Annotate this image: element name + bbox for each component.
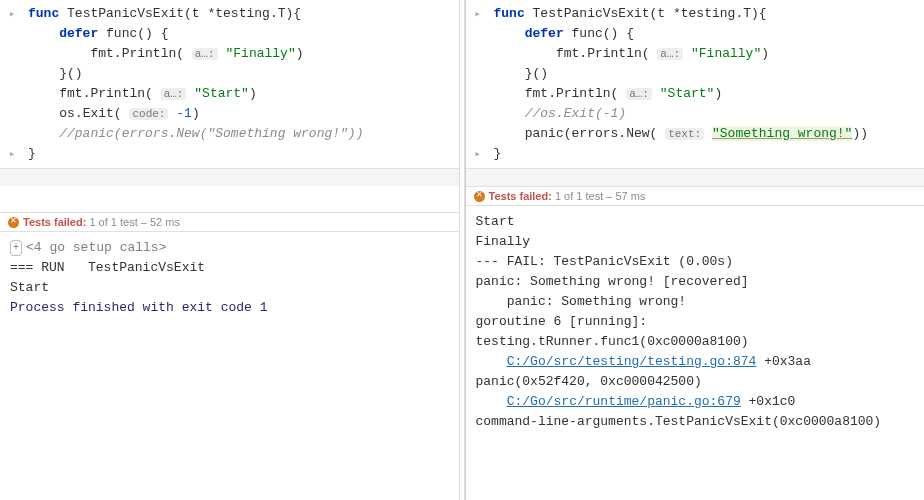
- code-line: defer func() {: [28, 24, 455, 44]
- left-console[interactable]: +<4 go setup calls> === RUN TestPanicVsE…: [0, 232, 459, 500]
- keyword: func: [28, 6, 59, 21]
- console-line: panic: Something wrong! [recovered]: [476, 272, 915, 292]
- left-pane: ▸ ▸ func TestPanicVsExit(t *testing.T){ …: [0, 0, 459, 500]
- console-line: testing.tRunner.func1(0xc0000a8100): [476, 332, 915, 352]
- string: "Finally": [225, 46, 295, 61]
- fold-icon[interactable]: ▸: [0, 144, 24, 164]
- code-line: }(): [28, 64, 455, 84]
- comment: //os.Exit(-1): [525, 106, 626, 121]
- blank-strip: [0, 186, 459, 212]
- code-line: func TestPanicVsExit(t *testing.T){: [494, 4, 921, 24]
- right-gutter: ▸ ▸: [466, 4, 490, 164]
- fold-icon[interactable]: ▸: [466, 144, 490, 164]
- code-line: fmt.Println( a…: "Finally"): [494, 44, 921, 64]
- console-line: === RUN TestPanicVsExit: [10, 258, 449, 278]
- code-line: fmt.Println( a…: "Finally"): [28, 44, 455, 64]
- right-pane: ▸ ▸ func TestPanicVsExit(t *testing.T){ …: [465, 0, 925, 500]
- param-hint: a…:: [161, 88, 187, 100]
- code-line: //panic(errors.New("Something wrong!")): [28, 124, 455, 144]
- stack-link[interactable]: C:/Go/src/testing/testing.go:874: [507, 354, 757, 369]
- right-console[interactable]: Start Finally --- FAIL: TestPanicVsExit …: [466, 206, 925, 500]
- string: "Something wrong!": [712, 126, 852, 141]
- keyword: func: [494, 6, 525, 21]
- right-test-status[interactable]: Tests failed: 1 of 1 test – 57 ms: [466, 186, 925, 206]
- fold-icon[interactable]: ▸: [466, 4, 490, 24]
- console-setup: +<4 go setup calls>: [10, 238, 449, 258]
- console-line: --- FAIL: TestPanicVsExit (0.00s): [476, 252, 915, 272]
- status-detail: 1 of 1 test – 52 ms: [86, 216, 180, 228]
- code-line: os.Exit( code: -1): [28, 104, 455, 124]
- left-gutter: ▸ ▸: [0, 4, 24, 164]
- code-line: }(): [494, 64, 921, 84]
- param-hint: text:: [665, 128, 704, 140]
- console-exit: Process finished with exit code 1: [10, 298, 449, 318]
- spacer: [466, 168, 925, 186]
- console-line: Start: [476, 212, 915, 232]
- code-line: }: [28, 144, 455, 164]
- split-container: ▸ ▸ func TestPanicVsExit(t *testing.T){ …: [0, 0, 924, 500]
- code-line: //os.Exit(-1): [494, 104, 921, 124]
- console-line: goroutine 6 [running]:: [476, 312, 915, 332]
- console-line: C:/Go/src/testing/testing.go:874 +0x3aa: [476, 352, 915, 372]
- left-test-status[interactable]: Tests failed: 1 of 1 test – 52 ms: [0, 212, 459, 232]
- fail-icon: [8, 217, 19, 228]
- param-hint: a…:: [626, 88, 652, 100]
- stack-link[interactable]: C:/Go/src/runtime/panic.go:679: [507, 394, 741, 409]
- code-line: }: [494, 144, 921, 164]
- console-line: Start: [10, 278, 449, 298]
- code-line: defer func() {: [494, 24, 921, 44]
- console-line: command-line-arguments.TestPanicVsExit(0…: [476, 412, 915, 432]
- left-editor[interactable]: ▸ ▸ func TestPanicVsExit(t *testing.T){ …: [0, 0, 459, 168]
- code-line: fmt.Println( a…: "Start"): [494, 84, 921, 104]
- func-name: TestPanicVsExit: [533, 6, 650, 21]
- code-line: func TestPanicVsExit(t *testing.T){: [28, 4, 455, 24]
- console-line: panic(0x52f420, 0xc000042500): [476, 372, 915, 392]
- string: "Start": [660, 86, 715, 101]
- keyword: defer: [59, 26, 98, 41]
- param-hint: code:: [129, 108, 168, 120]
- string: "Start": [194, 86, 249, 101]
- comment: //panic(errors.New("Something wrong!")): [59, 126, 363, 141]
- right-editor[interactable]: ▸ ▸ func TestPanicVsExit(t *testing.T){ …: [466, 0, 925, 168]
- expand-icon[interactable]: +: [10, 240, 22, 256]
- param-hint: a…:: [192, 48, 218, 60]
- fold-icon[interactable]: ▸: [0, 4, 24, 24]
- console-line: Finally: [476, 232, 915, 252]
- status-detail: 1 of 1 test – 57 ms: [552, 190, 646, 202]
- params: (t *testing.T){: [184, 6, 301, 21]
- console-line: C:/Go/src/runtime/panic.go:679 +0x1c0: [476, 392, 915, 412]
- code-line: fmt.Println( a…: "Start"): [28, 84, 455, 104]
- fail-icon: [474, 191, 485, 202]
- params: (t *testing.T){: [650, 6, 767, 21]
- status-failed-label: Tests failed:: [489, 190, 552, 202]
- string: "Finally": [691, 46, 761, 61]
- status-failed-label: Tests failed:: [23, 216, 86, 228]
- code-line: panic(errors.New( text: "Something wrong…: [494, 124, 921, 144]
- console-line: panic: Something wrong!: [476, 292, 915, 312]
- keyword: defer: [525, 26, 564, 41]
- number: -1: [176, 106, 192, 121]
- func-name: TestPanicVsExit: [67, 6, 184, 21]
- spacer: [0, 168, 459, 186]
- param-hint: a…:: [657, 48, 683, 60]
